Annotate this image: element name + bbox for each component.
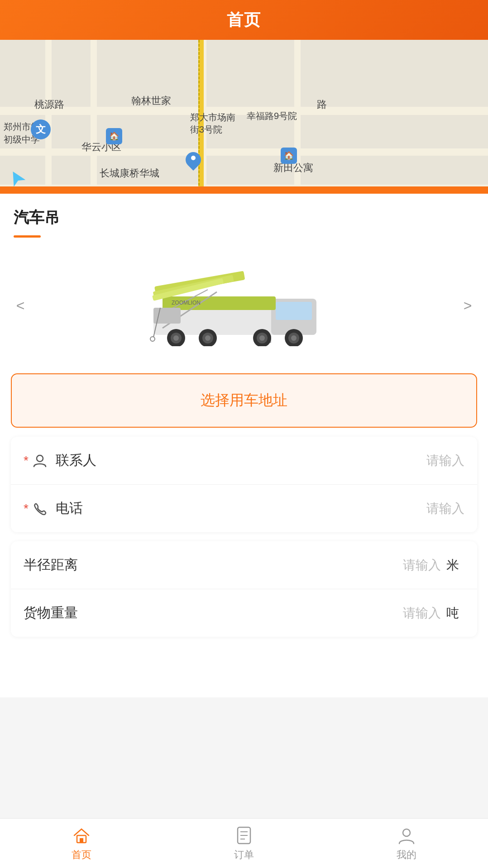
- road-h1: [0, 107, 488, 115]
- map-label-taoyuanlu: 桃源路: [34, 98, 64, 111]
- map-label-zhengda: 郑大市场南街3号院: [190, 111, 235, 136]
- map-logo: [7, 168, 25, 186]
- map-label-hanlin: 翰林世家: [131, 94, 171, 108]
- building-icon-xintian: 🏠: [281, 148, 297, 164]
- phone-row: * 电话 请输入: [11, 485, 477, 532]
- map-label-lu: 路: [317, 98, 327, 111]
- category-section: 汽车吊: [0, 194, 488, 238]
- map-orange-bar: [0, 186, 488, 194]
- svg-point-24: [291, 335, 297, 341]
- road-v3: [45, 40, 52, 194]
- building-icon-huayun: 🏠: [106, 128, 122, 144]
- profile-icon: [397, 825, 416, 845]
- phone-icon: [31, 500, 48, 517]
- school-icon: 文: [31, 119, 51, 139]
- contact-required-mark: *: [24, 453, 29, 468]
- distance-label: 半径距离: [24, 556, 403, 574]
- nav-item-home[interactable]: 首页: [0, 819, 163, 868]
- location-marker: [186, 152, 201, 170]
- address-section: 选择用车地址: [11, 373, 477, 428]
- svg-point-35: [403, 829, 410, 836]
- map-label-xingfulu: 幸福路9号院: [247, 110, 297, 122]
- distance-placeholder[interactable]: 请输入: [403, 557, 441, 574]
- order-icon: [234, 825, 254, 845]
- nav-label-home: 首页: [72, 848, 91, 862]
- category-title: 汽车吊: [0, 194, 488, 233]
- svg-marker-0: [7, 168, 25, 186]
- bottom-spacer: [0, 643, 488, 697]
- weight-unit: 吨: [446, 605, 464, 622]
- contact-row: * 联系人 请输入: [11, 437, 477, 485]
- select-address-button[interactable]: 选择用车地址: [11, 373, 477, 428]
- nav-item-profile[interactable]: 我的: [325, 819, 488, 868]
- svg-rect-3: [276, 302, 312, 320]
- contact-form-section: * 联系人 请输入 * 电话 请输入: [11, 437, 477, 532]
- svg-point-15: [173, 335, 179, 341]
- content-area: 汽车吊 < ZOOM: [0, 194, 488, 697]
- distance-row: 半径距离 请输入 米: [11, 541, 477, 589]
- bottom-navigation: 首页 订单 我的: [0, 818, 488, 868]
- phone-placeholder[interactable]: 请输入: [426, 500, 464, 517]
- svg-rect-30: [80, 838, 83, 843]
- contact-person-icon: [31, 452, 48, 469]
- weight-label: 货物重量: [24, 604, 403, 622]
- gaode-arrow-icon: [7, 168, 25, 186]
- crane-vehicle-image: ZOOMLION: [126, 265, 362, 346]
- contact-placeholder[interactable]: 请输入: [426, 452, 464, 469]
- home-icon: [72, 825, 91, 845]
- contact-label: 联系人: [56, 451, 426, 470]
- phone-label: 电话: [56, 499, 426, 518]
- distance-weight-section: 半径距离 请输入 米 货物重量 请输入 吨: [11, 541, 477, 637]
- svg-point-27: [150, 337, 155, 341]
- road-v4: [91, 40, 97, 194]
- carousel-image-area: ZOOMLION: [32, 260, 456, 351]
- svg-text:ZOOMLION: ZOOMLION: [172, 300, 201, 306]
- carousel-prev-button[interactable]: <: [9, 294, 32, 317]
- map-label-changcheng: 长城康桥华城: [100, 167, 159, 180]
- distance-unit: 米: [446, 557, 464, 574]
- map-background: 桃源路 翰林世家 路 幸福路9号院 郑大市场南街3号院 郑州市第二初级中学 华云…: [0, 40, 488, 194]
- nav-item-order[interactable]: 订单: [163, 819, 325, 868]
- svg-point-21: [259, 335, 265, 341]
- weight-row: 货物重量 请输入 吨: [11, 589, 477, 637]
- svg-point-28: [37, 455, 43, 462]
- vehicle-carousel: < ZOOMLION: [0, 247, 488, 364]
- nav-label-order: 订单: [234, 848, 254, 862]
- road-h2: [0, 148, 488, 156]
- map-area[interactable]: 桃源路 翰林世家 路 幸福路9号院 郑大市场南街3号院 郑州市第二初级中学 华云…: [0, 40, 488, 194]
- svg-point-18: [205, 335, 211, 341]
- category-underline: [14, 235, 41, 238]
- header: 首页: [0, 0, 488, 40]
- phone-required-mark: *: [24, 501, 29, 516]
- weight-placeholder[interactable]: 请输入: [403, 605, 441, 622]
- page-title: 首页: [227, 9, 261, 31]
- carousel-next-button[interactable]: >: [456, 294, 479, 317]
- nav-label-profile: 我的: [397, 848, 416, 862]
